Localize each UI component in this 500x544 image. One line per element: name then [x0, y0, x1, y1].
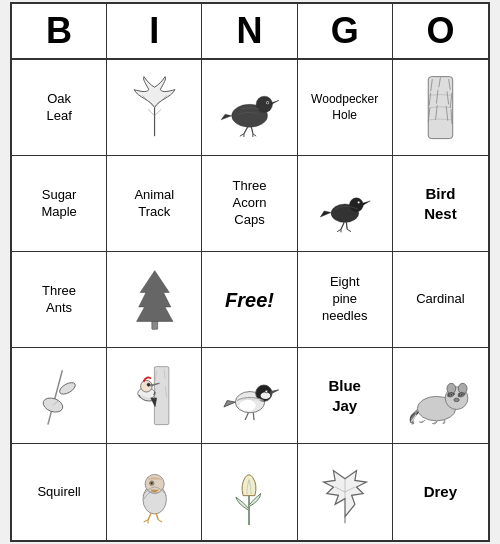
chickadee-image [215, 363, 284, 428]
svg-point-5 [256, 96, 272, 112]
hawk-image [120, 459, 189, 525]
svg-rect-40 [154, 367, 169, 425]
cell-r0c1[interactable] [107, 60, 202, 156]
svg-line-55 [253, 413, 254, 420]
svg-point-53 [265, 390, 267, 392]
blackbird-image [310, 171, 379, 236]
cell-r1c1[interactable]: AnimalTrack [107, 156, 202, 252]
svg-line-36 [48, 370, 63, 424]
header-g: G [298, 4, 393, 58]
pine-tree-image [120, 267, 189, 332]
cell-r2c0[interactable]: ThreeAnts [12, 252, 107, 348]
cell-r2c3[interactable]: Eightpineneedles [298, 252, 393, 348]
leaf-image [120, 75, 189, 140]
bingo-header: B I N G O [12, 4, 488, 60]
cell-r3c0[interactable] [12, 348, 107, 444]
cell-text: WoodpeckerHole [311, 92, 378, 123]
svg-line-54 [245, 413, 248, 420]
free-text: Free! [225, 288, 274, 312]
svg-line-76 [158, 520, 162, 522]
cell-r0c4[interactable] [393, 60, 488, 156]
cell-r2c2[interactable]: Free! [202, 252, 297, 348]
cell-r2c4[interactable]: Cardinal [393, 252, 488, 348]
cell-r4c0[interactable]: Squirell [12, 444, 107, 540]
cell-r3c4[interactable] [393, 348, 488, 444]
svg-point-56 [239, 400, 255, 411]
header-o: O [393, 4, 488, 58]
svg-rect-14 [428, 77, 452, 139]
cell-r2c1[interactable] [107, 252, 202, 348]
cell-text: ThreeAnts [42, 283, 76, 317]
svg-point-63 [450, 394, 452, 396]
cell-r0c2[interactable] [202, 60, 297, 156]
cell-text: ThreeAcornCaps [233, 178, 267, 229]
svg-point-65 [453, 398, 458, 401]
cell-r0c0[interactable]: OakLeaf [12, 60, 107, 156]
svg-line-30 [346, 222, 347, 229]
svg-line-73 [156, 513, 158, 520]
cell-r1c3[interactable] [298, 156, 393, 252]
cell-r1c0[interactable]: SugarMaple [12, 156, 107, 252]
cell-r3c2[interactable] [202, 348, 297, 444]
svg-line-29 [341, 222, 344, 229]
svg-marker-35 [136, 271, 172, 322]
header-b: B [12, 4, 107, 58]
cell-text: Drey [424, 482, 457, 502]
svg-line-8 [244, 126, 248, 133]
svg-line-12 [253, 134, 256, 136]
svg-line-31 [337, 229, 341, 231]
svg-point-37 [58, 380, 77, 396]
woodpecker-image [120, 363, 189, 428]
svg-line-3 [154, 109, 161, 116]
cell-r4c4[interactable]: Drey [393, 444, 488, 540]
raccoon-image [406, 363, 476, 428]
cell-text: AnimalTrack [134, 187, 174, 221]
cell-text: OakLeaf [46, 91, 71, 125]
cell-text: Squirell [37, 484, 80, 501]
svg-point-52 [261, 392, 271, 399]
cell-r1c4[interactable]: BirdNest [393, 156, 488, 252]
svg-point-7 [267, 102, 269, 104]
cell-text: Cardinal [416, 291, 464, 308]
svg-point-28 [357, 201, 359, 203]
svg-point-47 [147, 383, 150, 386]
cell-r3c1[interactable] [107, 348, 202, 444]
maple-leaf-image [310, 459, 379, 525]
cell-r4c3[interactable] [298, 444, 393, 540]
svg-line-10 [240, 134, 244, 136]
cell-r4c1[interactable] [107, 444, 202, 540]
cell-r0c3[interactable]: WoodpeckerHole [298, 60, 393, 156]
twig-leaf-image [25, 363, 94, 428]
svg-point-27 [349, 198, 363, 212]
cell-r3c3[interactable]: BlueJay [298, 348, 393, 444]
cell-r1c2[interactable]: ThreeAcornCaps [202, 156, 297, 252]
cell-r4c2[interactable] [202, 444, 297, 540]
svg-point-71 [150, 482, 152, 484]
flower-image [215, 459, 284, 525]
cell-text: Eightpineneedles [322, 274, 368, 325]
cell-text: SugarMaple [41, 187, 76, 221]
cell-text: BlueJay [328, 376, 361, 415]
crow-image [215, 75, 284, 140]
cell-text: BirdNest [424, 184, 457, 223]
header-i: I [107, 4, 202, 58]
bingo-grid: OakLeaf [12, 60, 488, 540]
svg-line-2 [148, 109, 155, 116]
tree-bark-image [406, 75, 476, 140]
bingo-card: B I N G O OakLeaf [10, 2, 490, 542]
svg-line-72 [148, 513, 151, 520]
svg-line-33 [347, 229, 351, 231]
svg-point-64 [460, 394, 462, 396]
svg-line-74 [143, 520, 147, 522]
svg-line-9 [251, 126, 253, 133]
header-n: N [202, 4, 297, 58]
